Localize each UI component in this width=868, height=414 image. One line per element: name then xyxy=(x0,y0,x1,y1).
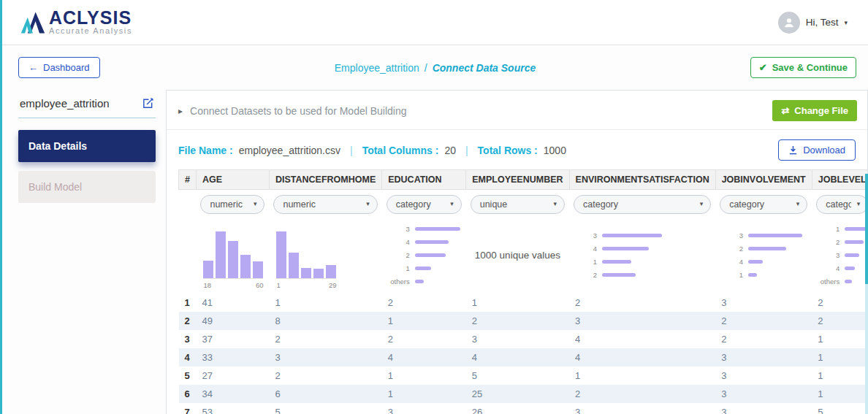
category-bar xyxy=(845,267,855,270)
table-cell: 2 xyxy=(382,330,466,348)
table-cell: 2 xyxy=(569,385,715,403)
index-column-header: # xyxy=(179,170,197,190)
user-greeting: Hi, Test xyxy=(806,17,839,28)
table-cell: 4 xyxy=(569,348,715,367)
column-summary-environmentsatisfaction: 3412 xyxy=(569,217,715,294)
table-cell: 41 xyxy=(196,294,269,312)
swap-arrows-icon: ⇄ xyxy=(781,106,789,115)
column-header-age: AGE xyxy=(196,170,269,190)
axis-min-label: 18 xyxy=(203,281,211,289)
save-continue-button[interactable]: ✔ Save & Continue xyxy=(750,57,856,78)
vertical-scrollbar[interactable] xyxy=(865,174,868,414)
table-cell: 3 xyxy=(715,348,812,367)
edit-icon[interactable] xyxy=(142,97,154,110)
avatar xyxy=(778,12,800,34)
brand-text: ACLYSIS Accurate Analysis xyxy=(49,9,132,35)
table-cell: 2 xyxy=(812,294,867,312)
category-bar-chart: 1234others xyxy=(818,225,867,285)
dtype-select-age[interactable]: numeric xyxy=(200,195,264,214)
row-index: 6 xyxy=(179,385,197,403)
category-bar xyxy=(845,280,852,283)
category-bar-chart: 3421others xyxy=(388,225,460,285)
category-label: 4 xyxy=(575,245,597,253)
unique-values-text: 1000 unique values xyxy=(472,250,563,261)
scrollbar-thumb[interactable] xyxy=(865,174,868,284)
table-cell: 2 xyxy=(812,312,867,330)
change-file-button[interactable]: ⇄ Change File xyxy=(772,100,857,121)
collapse-caret-icon[interactable]: ▸ xyxy=(178,106,183,116)
category-bar xyxy=(748,260,763,264)
table-cell: 3 xyxy=(569,312,715,330)
category-label: 4 xyxy=(818,264,840,272)
table-cell: 4 xyxy=(382,348,466,367)
table-cell: 2 xyxy=(569,294,715,312)
file-info-separator: | xyxy=(346,145,357,156)
project-name: employee_attrition xyxy=(20,97,110,110)
category-label: 3 xyxy=(388,225,410,233)
table-row: 249812322 xyxy=(179,312,868,330)
table-cell: 3 xyxy=(466,330,569,348)
file-name-value: employee_attrition.csv xyxy=(239,145,340,156)
dtype-select-education[interactable]: category xyxy=(387,195,462,214)
column-header-distancefromhome: DISTANCEFROMHOME xyxy=(269,170,381,190)
column-summary-age: 1860 xyxy=(196,217,269,294)
dtype-select-environmentsatisfaction[interactable]: category xyxy=(574,195,711,214)
axis-max-label: 60 xyxy=(256,281,264,289)
total-columns-value: 20 xyxy=(444,145,456,156)
category-bar xyxy=(845,240,864,244)
save-continue-label: Save & Continue xyxy=(772,63,848,72)
table-cell: 5 xyxy=(269,403,381,414)
row-index: 3 xyxy=(179,330,197,348)
table-cell: 8 xyxy=(269,312,381,330)
person-icon xyxy=(783,16,796,29)
brand-name: ACLYSIS xyxy=(49,9,132,26)
table-scroll-area[interactable]: #AGEDISTANCEFROMHOMEEDUCATIONEMPLOYEENUM… xyxy=(178,169,867,414)
category-bar-chart: 3412 xyxy=(575,231,709,279)
breadcrumb-current: Connect Data Source xyxy=(433,62,536,74)
table-row: 7535326335 xyxy=(179,403,868,414)
table-cell: 49 xyxy=(196,312,269,330)
breadcrumb-parent[interactable]: Employee_attrition xyxy=(335,62,419,74)
histogram-chart: 129 xyxy=(276,231,336,289)
category-bar xyxy=(415,253,446,257)
sidebar-item-build-model[interactable]: Build Model xyxy=(18,171,156,203)
check-icon: ✔ xyxy=(759,63,767,72)
dtype-select-distancefromhome[interactable]: numeric xyxy=(273,195,377,214)
category-bar xyxy=(415,227,460,231)
table-row: 527215131 xyxy=(179,367,868,385)
back-arrow-icon: ← xyxy=(28,63,38,72)
category-bar xyxy=(602,247,649,250)
column-header-joblevel: JOBLEVEL xyxy=(812,170,867,190)
table-cell: 3 xyxy=(715,294,812,312)
table-cell: 3 xyxy=(569,403,715,414)
table-cell: 2 xyxy=(382,294,466,312)
total-columns-label: Total Columns : xyxy=(362,145,439,156)
category-bar xyxy=(415,280,424,283)
dtype-select-joblevel[interactable]: category xyxy=(816,195,867,214)
table-cell: 1 xyxy=(382,367,466,385)
user-menu[interactable]: Hi, Test ▾ xyxy=(778,12,848,34)
table-row: 6346125231 xyxy=(179,385,868,403)
table-cell: 1 xyxy=(382,312,466,330)
dtype-select-employeenumber[interactable]: unique xyxy=(471,195,565,214)
file-name-label: File Name : xyxy=(178,145,233,156)
table-cell: 2 xyxy=(269,330,381,348)
table-cell: 3 xyxy=(715,367,812,385)
download-button[interactable]: Download xyxy=(778,139,856,161)
table-cell: 1 xyxy=(812,385,867,403)
category-bar-chart: 3241 xyxy=(721,231,806,279)
table-cell: 27 xyxy=(196,367,269,385)
brand-logo-icon xyxy=(20,10,46,35)
table-row: 337223421 xyxy=(179,330,868,348)
change-file-label: Change File xyxy=(794,106,848,115)
data-table: #AGEDISTANCEFROMHOMEEDUCATIONEMPLOYEENUM… xyxy=(178,169,867,414)
section-title-row: ▸ Connect Datasets to be used for Model … xyxy=(178,105,407,117)
back-to-dashboard-button[interactable]: ← Dashboard xyxy=(18,57,100,78)
category-label: 3 xyxy=(575,231,597,239)
table-cell: 1 xyxy=(569,367,715,385)
back-to-dashboard-label: Dashboard xyxy=(43,63,90,72)
category-bar xyxy=(845,253,859,257)
dtype-select-jobinvolvement[interactable]: category xyxy=(720,195,807,214)
column-summary-jobinvolvement: 3241 xyxy=(715,217,812,294)
sidebar-item-data-details[interactable]: Data Details xyxy=(18,130,156,162)
